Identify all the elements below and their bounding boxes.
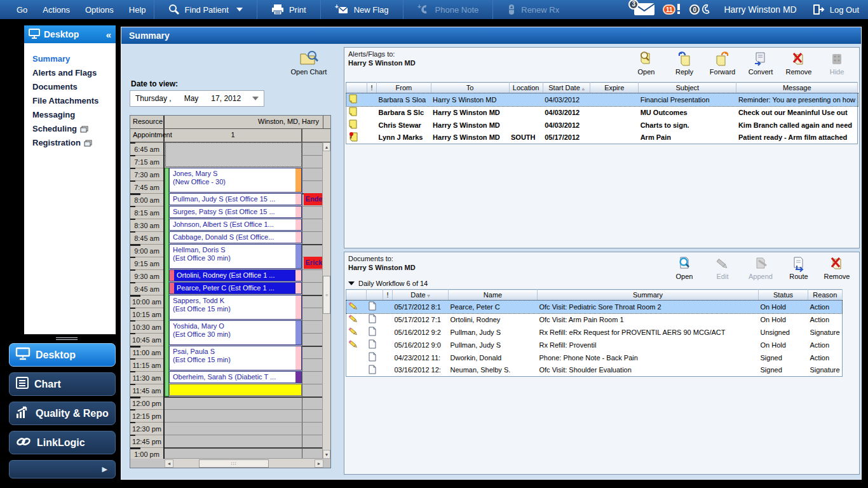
schedule-slot[interactable] <box>165 422 302 435</box>
alert-row[interactable]: Barbara S SloaHarry S Winston MD04/03/20… <box>346 93 858 106</box>
search-icon <box>168 4 180 15</box>
appointment-cabbage[interactable]: Cabbage, Donald S (Est Office... <box>169 231 302 243</box>
forward-button[interactable]: Forward <box>707 50 738 76</box>
sidebar-item-scheduling[interactable]: Scheduling <box>32 122 116 136</box>
schedule-slot[interactable] <box>165 447 302 459</box>
column-header-Expire[interactable]: Expire <box>590 83 639 93</box>
mail-button[interactable]: 3 <box>634 2 655 18</box>
column-header-Name[interactable]: Name <box>449 290 538 301</box>
document-row[interactable]: 03/16/2012 12:Neuman, Shelby S.Ofc Visit… <box>346 364 843 377</box>
menu-go[interactable]: Go <box>9 5 35 15</box>
open-chart-button[interactable]: Open Chart <box>283 50 334 76</box>
phone-messages-button[interactable]: 0 <box>689 3 712 17</box>
document-row[interactable]: 05/17/2012 8:1Pearce, Peter COfc Visit: … <box>346 301 843 313</box>
schedule-slot[interactable] <box>165 435 302 447</box>
menu-actions[interactable]: Actions <box>35 5 78 15</box>
schedule-slot[interactable] <box>165 409 302 422</box>
sidebar-item-file-attachments[interactable]: File Attachments <box>32 94 116 108</box>
appointment-oberheim[interactable]: Oberheim, Sarah S (Diabetic T ... <box>169 371 302 383</box>
sidebar-item-documents[interactable]: Documents <box>32 80 116 94</box>
column-header-Start Date[interactable]: Start Date▵ <box>543 83 590 93</box>
alert-row[interactable]: Barbara S SlcHarry S Winston MD04/03/201… <box>346 106 858 119</box>
cell-priority <box>367 93 376 106</box>
open-button[interactable]: Open <box>668 255 700 280</box>
appointment-jones[interactable]: Jones, Mary S(New Office - 30) <box>169 168 302 193</box>
menu-options[interactable]: Options <box>78 5 121 15</box>
blocked-time-slot[interactable] <box>169 384 302 396</box>
schedule-horizontal-scrollbar[interactable]: ◄ ⁞⁞⁞ ► <box>165 458 323 468</box>
column-header-Summary[interactable]: Summary <box>538 290 759 301</box>
appointment-johnson[interactable]: Johnson, Albert S (Est Office 1... <box>169 219 302 231</box>
open-button[interactable]: Open <box>630 50 662 76</box>
appointment-psai[interactable]: Psai, Paula S(Est Office 15 min) <box>169 346 302 370</box>
document-page-icon <box>367 364 383 377</box>
column-header-From[interactable]: From <box>377 83 431 93</box>
nav-button-linklogic[interactable]: LinkLogic <box>9 431 116 454</box>
appointment-sappers[interactable]: Sappers, Todd K(Est Office 15 min) <box>169 295 302 320</box>
nav-button-desktop[interactable]: Desktop <box>9 343 116 367</box>
sidebar-item-summary[interactable]: Summary <box>32 52 116 66</box>
schedule-vertical-scrollbar[interactable]: ▲ ≡ ▼ <box>322 142 330 459</box>
nav-button-quality-repo[interactable]: Quality & Repo <box>9 402 116 425</box>
logout-button[interactable]: Log Out <box>808 0 863 19</box>
schedule-slot[interactable] <box>165 396 302 409</box>
nav-button-chart[interactable]: Chart <box>9 372 116 396</box>
column-header-icon[interactable] <box>367 290 383 301</box>
appointment-surges[interactable]: Surges, Patsy S (Est Office 15 ... <box>169 206 302 218</box>
appointment-pearce[interactable]: Pearce, Peter C (Est Office 1 ... <box>169 282 302 294</box>
convert-button[interactable]: Convert <box>745 50 776 76</box>
column-header-Location[interactable]: Location <box>509 83 543 93</box>
column-header-Reason[interactable]: Reason <box>808 290 843 301</box>
appointment-yoshida[interactable]: Yoshida, Mary O(Est Office 30 min) <box>169 320 302 345</box>
scroll-left-arrow[interactable]: ◄ <box>165 459 173 468</box>
sidebar-item-messaging[interactable]: Messaging <box>32 108 116 122</box>
remove-button[interactable]: Remove <box>821 255 853 280</box>
menu-help[interactable]: Help <box>121 5 154 15</box>
column-header-![interactable]: ! <box>367 83 376 93</box>
document-row[interactable]: 05/16/2012 9:2Pullman, Judy SRx Refill: … <box>346 326 843 339</box>
column-header-![interactable]: ! <box>383 290 393 301</box>
appointment-hellman[interactable]: Hellman, Doris S(Est Office 30 min) <box>169 244 302 269</box>
alert-row[interactable]: Chris StewarHarry S Winston MD04/03/2012… <box>346 119 858 132</box>
document-row[interactable]: 05/16/2012 9:0Pullman, Judy SRx Refill: … <box>346 339 843 351</box>
alert-row[interactable]: Lynn J MarksHarry S Winston MDSOUTH05/17… <box>346 132 858 144</box>
scroll-thumb[interactable]: ⁞⁞⁞ <box>199 459 269 468</box>
cell-start-date: 04/03/2012 <box>543 93 590 106</box>
new-flag-button[interactable]: + New Flag <box>321 0 403 19</box>
urgent-flags-button[interactable]: 11 <box>663 3 682 17</box>
column-header-Message[interactable]: Message <box>736 83 858 93</box>
collapse-sidebar-button[interactable]: « <box>106 29 111 40</box>
column-header-To[interactable]: To <box>431 83 509 93</box>
current-user[interactable]: Harry Winston MD <box>720 4 800 15</box>
scroll-thumb[interactable]: ≡ <box>323 276 330 314</box>
document-row[interactable]: 04/23/2012 11:Dworkin, DonaldPhone: Phon… <box>346 351 843 364</box>
scroll-down-arrow[interactable]: ▼ <box>323 450 330 459</box>
nav-expand-bar[interactable]: ▶ <box>9 460 116 478</box>
sidebar-item-alerts-and-flags[interactable]: Alerts and Flags <box>32 66 116 80</box>
workflow-selector[interactable]: Daily Workflow 6 of 14 <box>348 280 428 287</box>
remove-button[interactable]: Remove <box>783 50 815 76</box>
appointment-pullman[interactable]: Pullman, Judy S (Est Office 15 ... <box>169 193 302 205</box>
selected-empty-slot[interactable] <box>165 142 302 167</box>
time-label: 7:15 am <box>130 155 163 168</box>
date-picker[interactable]: Thursday , May 17, 2012 <box>130 90 264 107</box>
appointment-text: (Est Office 30 min) <box>173 254 294 262</box>
scroll-right-arrow[interactable]: ► <box>315 459 323 468</box>
cell-message: Patient ready - Arm film attached <box>736 132 858 144</box>
column-header-icon[interactable] <box>346 83 367 93</box>
column-header-Status[interactable]: Status <box>759 290 808 301</box>
column-header-Subject[interactable]: Subject <box>639 83 736 93</box>
appointment-text: (Est Office 15 min) <box>173 305 294 313</box>
column-header-Date[interactable]: Date▿ <box>393 290 449 301</box>
scroll-up-arrow[interactable]: ▲ <box>323 142 330 151</box>
route-button[interactable]: Route <box>783 255 815 280</box>
sidebar-item-registration[interactable]: Registration <box>32 136 116 150</box>
column-header-icon[interactable] <box>346 290 367 301</box>
sidebar-splitter[interactable] <box>24 335 116 342</box>
print-button[interactable]: Print <box>257 0 320 19</box>
reply-button[interactable]: Reply <box>668 50 700 76</box>
appointment-ortolini[interactable]: Ortolini, Rodney (Est Office 1 ... <box>169 269 302 281</box>
quality-icon <box>16 406 30 421</box>
document-row[interactable]: 05/17/2012 7:1Ortolini, RodneyOfc Visit:… <box>346 313 843 326</box>
find-patient-button[interactable]: Find Patient <box>154 0 257 19</box>
